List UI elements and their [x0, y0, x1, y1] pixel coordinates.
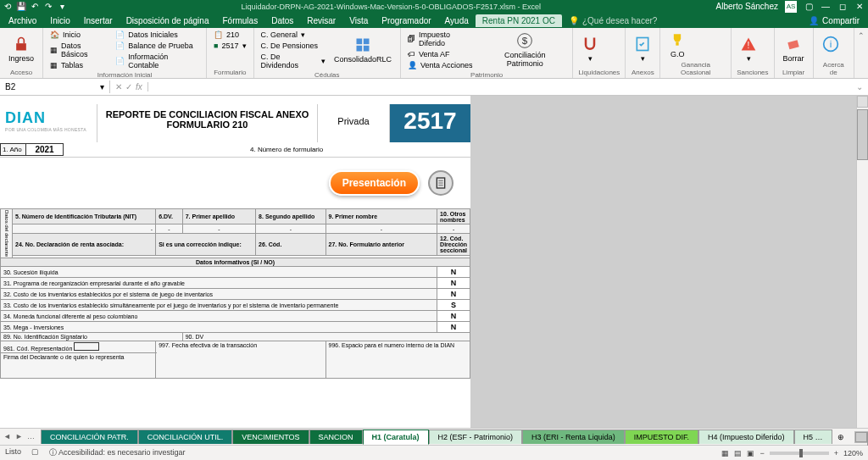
sheet-tab[interactable]: CONCILIACIÓN UTIL.: [138, 430, 233, 444]
tab-prev-icon[interactable]: ►: [15, 432, 25, 442]
zoom-slider[interactable]: [770, 452, 829, 455]
group-label-limpiar: Limpiar: [780, 68, 808, 76]
sheet-tab[interactable]: H5 …: [794, 430, 832, 444]
svg-rect-1: [356, 39, 362, 45]
sheet-tab[interactable]: IMPUESTO DIF.: [625, 430, 698, 444]
menu-revisar[interactable]: Revisar: [300, 14, 342, 27]
menu-insertar[interactable]: Insertar: [77, 14, 120, 27]
menu-ayuda[interactable]: Ayuda: [438, 14, 476, 27]
group-label-sanciones: Sanciones: [737, 68, 768, 76]
user-avatar[interactable]: AS: [785, 1, 797, 13]
datos-basicos-button[interactable]: ▦Datos Básicos: [48, 41, 110, 59]
tablas-button[interactable]: ▦Tablas: [48, 60, 110, 70]
consolidado-button[interactable]: ConsolidadoRLC: [331, 30, 395, 70]
worksheet[interactable]: DIAN POR UNA COLOMBIA MÁS HONESTA REPORT…: [0, 96, 470, 428]
tab-more-icon[interactable]: …: [27, 432, 37, 442]
confirm-icon[interactable]: ✓: [125, 82, 132, 91]
cpensiones-button[interactable]: C. De Pensiones: [259, 41, 327, 51]
sheet-tab[interactable]: H3 (ERI - Renta Liquida): [522, 430, 625, 444]
zoom-out-icon[interactable]: −: [760, 449, 764, 457]
sheet-tab[interactable]: VENCIMIENTOS: [232, 430, 309, 444]
info-contable-button[interactable]: 📄Información Contable: [114, 52, 201, 70]
ribbon-group-patrimonio: 🗐Impuesto Diferido 🏷Venta AF 👤Venta Acci…: [401, 28, 573, 78]
acerca-button[interactable]: i: [819, 30, 843, 60]
cancel-icon[interactable]: ✕: [115, 82, 122, 91]
inicio-button[interactable]: 🏠Inicio: [48, 30, 110, 40]
share-button[interactable]: 👤 Compartir: [802, 14, 866, 27]
maximize-icon[interactable]: ◻: [837, 2, 848, 12]
impuesto-diferido-button[interactable]: 🗐Impuesto Diferido: [406, 30, 479, 48]
tell-me[interactable]: 💡 ¿Qué desea hacer?: [562, 14, 664, 27]
sanciones-button[interactable]: ! ▾: [737, 30, 760, 68]
menu-programador[interactable]: Programador: [375, 14, 437, 27]
minimize-icon[interactable]: —: [821, 2, 831, 12]
menu-archivo[interactable]: Archivo: [2, 14, 43, 27]
menu-disposicion[interactable]: Disposición de página: [120, 14, 216, 27]
sheet-tab[interactable]: H2 (ESF - Patrimonio): [429, 430, 523, 444]
sheet-tab[interactable]: H4 (Impuesto Diferido): [698, 430, 794, 444]
menu-vista[interactable]: Vista: [342, 14, 375, 27]
go-button[interactable]: G.O: [665, 30, 689, 60]
vertical-scrollbar[interactable]: [856, 96, 868, 428]
zoom-level[interactable]: 120%: [843, 449, 863, 457]
cdividendos-button[interactable]: C. De Dividendos▾: [259, 52, 327, 70]
venta-acciones-button[interactable]: 👤Venta Acciones: [406, 60, 479, 70]
zoom-in-icon[interactable]: +: [834, 449, 838, 457]
presentacion-button[interactable]: Presentación: [329, 170, 420, 196]
conciliacion-patrimonio-button[interactable]: $ Conciliación Patrimonio: [482, 30, 567, 70]
view-page-icon[interactable]: ▤: [734, 449, 742, 457]
venta-af-button[interactable]: 🏷Venta AF: [406, 49, 479, 59]
datos-iniciales-button[interactable]: 📄Datos Iniciales: [114, 30, 201, 40]
autosave-icon[interactable]: ⟲: [3, 3, 12, 11]
view-break-icon[interactable]: ▣: [747, 449, 754, 457]
horizontal-scrollbar[interactable]: [854, 431, 868, 443]
menu-renta-pn[interactable]: Renta PN 2021 OC: [476, 14, 562, 27]
document-icon: [434, 176, 448, 190]
save-icon[interactable]: 💾: [17, 3, 25, 11]
warning-icon: !: [740, 36, 757, 53]
group-label-patrimonio: Patrimonio: [406, 70, 567, 79]
undo-icon[interactable]: ↶: [31, 3, 39, 11]
doc-icon: 📄: [115, 30, 125, 39]
accessibility-status[interactable]: ⓘ Accesibilidad: es necesario investigar: [49, 447, 186, 458]
add-sheet-button[interactable]: ⊕: [832, 431, 849, 443]
r2517-button[interactable]: ■2517▾: [212, 41, 248, 51]
cells-icon: [354, 36, 371, 53]
borrar-button[interactable]: Borrar: [780, 30, 808, 68]
ingreso-button[interactable]: Ingreso: [5, 30, 37, 68]
redo-icon[interactable]: ↷: [44, 3, 53, 11]
collapse-ribbon-icon[interactable]: ⌃: [858, 31, 865, 40]
expand-formula-icon[interactable]: ⌄: [851, 82, 868, 91]
macro-icon[interactable]: ▢: [31, 447, 39, 458]
menu-inicio[interactable]: Inicio: [43, 14, 76, 27]
close-icon[interactable]: ✕: [854, 2, 865, 12]
fx-icon[interactable]: fx: [136, 82, 142, 91]
view-normal-icon[interactable]: ▦: [721, 449, 729, 457]
ribbon-group-go: G.O Ganancia Ocasional: [660, 28, 732, 78]
ribbon-options-icon[interactable]: ▢: [804, 2, 814, 12]
year-value: 2021: [25, 143, 64, 156]
sheet-tab[interactable]: SANCION: [309, 430, 363, 444]
menu-formulas[interactable]: Fórmulas: [215, 14, 264, 27]
qat-dropdown-icon[interactable]: ▾: [58, 3, 66, 11]
r210-button[interactable]: 📋210: [212, 30, 248, 40]
sheet-tab-active[interactable]: H1 (Caratula): [363, 430, 429, 445]
scroll-up-icon[interactable]: [857, 96, 868, 108]
liquidaciones-button[interactable]: ▾: [578, 30, 602, 68]
anexos-button[interactable]: ▾: [631, 30, 654, 68]
sheet-empty-area: [470, 96, 868, 428]
status-bar: Listo ▢ ⓘ Accesibilidad: es necesario in…: [0, 445, 868, 460]
user-name[interactable]: Alberto Sánchez: [716, 2, 778, 11]
vscroll-thumb[interactable]: [857, 109, 868, 160]
doc-icon: 📄: [115, 42, 125, 50]
titlebar: ⟲ 💾 ↶ ↷ ▾ Liquidador-DRPN-AG-2021-Window…: [0, 0, 868, 13]
sheet-tab[interactable]: CONCILIACIÓN PATR.: [41, 430, 138, 444]
balance-prueba-button[interactable]: 📄Balance de Prueba: [114, 41, 201, 51]
tab-first-icon[interactable]: ◄: [3, 432, 14, 442]
document-round-button[interactable]: [428, 170, 453, 196]
menu-datos[interactable]: Datos: [264, 14, 300, 27]
scroll-left-icon[interactable]: [855, 432, 867, 442]
formula-input[interactable]: [148, 79, 851, 95]
cgeneral-button[interactable]: C. General▾: [259, 30, 327, 40]
name-box[interactable]: B2 ▾: [0, 80, 110, 93]
